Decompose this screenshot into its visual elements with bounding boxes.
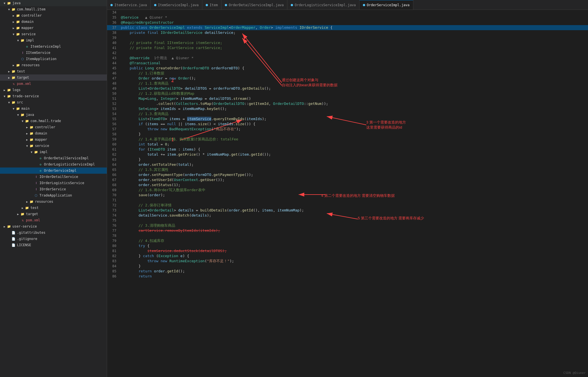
interface-icon: Ⅰ (20, 50, 25, 55)
chevron-java: ▼ (2, 1, 7, 5)
code-line-37: 37 public class OrderServiceImpl extends… (107, 25, 588, 30)
tree-item-itemapplication[interactable]: ⬡ ItemApplication (0, 56, 107, 62)
code-line-58: 58 } (107, 132, 588, 137)
tab-dot (291, 4, 293, 6)
tree-label: IOrderDetailService (39, 175, 78, 179)
tree-label: .gitignore (17, 237, 37, 241)
tab-label: ItemServiceImpl.java (158, 3, 199, 7)
tree-item-gitattributes[interactable]: 📄 .gitattributes (0, 230, 107, 236)
code-line-38: 38 private final IOrderDetailService det… (107, 30, 588, 35)
tree-item-main[interactable]: ▼ 📁 main (0, 105, 107, 112)
tree-item-impl2[interactable]: ▼ 📁 impl (0, 149, 107, 155)
tree-item-test2[interactable]: ▶ 📁 test (0, 205, 107, 211)
tree-item-orderlogisticsserviceimpl[interactable]: ⊙ OrderLogisticsServiceImpl (0, 161, 107, 167)
tree-item-java-trade[interactable]: ▼ 📁 java (0, 112, 107, 118)
java-icon: ⊙ (25, 44, 29, 49)
tree-item-iorderlogisticsservice[interactable]: Ⅰ IOrderLogisticsService (0, 180, 107, 186)
code-line-35: 35 @Service ▲ Qiuner * (107, 15, 588, 20)
folder-icon: 📁 (16, 106, 20, 111)
tree-item-src[interactable]: ▼ 📁 src (0, 99, 107, 105)
code-line-57: 57 throw new BadRequestException("商品不存在"… (107, 127, 588, 132)
code-editor[interactable]: 通过创建这两个对象与自动注入的bean来获得需要的数据 2 1 3 第一个需要改… (107, 10, 588, 377)
tree-item-itemserviceimpl[interactable]: ⊙ ItemServiceImpl (0, 43, 107, 50)
tree-item-impl1[interactable]: ▼ 📁 impl (0, 37, 107, 43)
tab-label: OrderServiceImpl.java (367, 3, 410, 7)
tab-label: ItemService.java (114, 3, 147, 7)
code-line-83: 83 throw new RuntimeException("库存不足！"); (107, 259, 588, 264)
tree-label: test (30, 206, 39, 210)
tab-orderserviceimpl[interactable]: OrderServiceImpl.java (360, 0, 413, 10)
code-line-46: 46 // 1.订单数据 (107, 71, 588, 76)
folder-icon: 📁 (11, 69, 16, 74)
tree-label: target (17, 76, 29, 80)
tree-item-orderdetailserviceimpl[interactable]: ⊙ OrderDetailServiceImpl (0, 155, 107, 161)
tab-bar: ItemService.java ItemServiceImpl.java It… (107, 0, 588, 10)
tree-item-service2[interactable]: ▼ 📁 service (0, 143, 107, 149)
tab-label: OrderLogisticsServiceImpl.java (295, 3, 356, 7)
tree-item-hmall-item[interactable]: ▼ 📁 com.hmall.item (0, 6, 107, 12)
java-icon: ⊙ (38, 162, 43, 167)
tab-item[interactable]: Item (202, 0, 221, 10)
tree-item-test1[interactable]: ▶ 📁 test (0, 68, 107, 74)
tree-item-target1[interactable]: ▶ 📁 target (0, 74, 107, 81)
tree-item-controller1[interactable]: ▶ 📁 controller (0, 12, 107, 19)
tree-label: pom.xml (26, 218, 40, 222)
tree-item-mapper2[interactable]: ▶ 📁 mapper (0, 136, 107, 143)
code-line-80: 80 try { (107, 243, 588, 248)
tree-item-domain1[interactable]: ▶ 📁 domain (0, 19, 107, 25)
tree-item-iitemservice[interactable]: Ⅰ IItemService (0, 50, 107, 56)
tree-item-gitignore[interactable]: 📄 .gitignore (0, 236, 107, 242)
tree-item-target2[interactable]: ▶ 📁 target (0, 211, 107, 217)
tree-item-tradeapplication[interactable]: ⬡ TradeApplication (0, 192, 107, 199)
tree-item-user-service[interactable]: ▶ 📁 user-service (0, 223, 107, 230)
tree-item-service1[interactable]: ▼ 📁 service (0, 31, 107, 37)
tree-item-resources1[interactable]: ▶ 📁 resources (0, 62, 107, 68)
file-tree[interactable]: ▼ 📁 java ▼ 📁 com.hmall.item ▶ 📁 controll… (0, 0, 107, 377)
tab-itemserviceimpl[interactable]: ItemServiceImpl.java (151, 0, 203, 10)
tree-item-mapper1[interactable]: ▶ 📁 mapper (0, 25, 107, 31)
tree-item-controller2[interactable]: ▶ 📁 controller (0, 124, 107, 130)
tree-label: TradeApplication (39, 193, 72, 197)
tab-label: OrderDetailServiceImpl.java (229, 3, 284, 7)
tree-item-pom-trade[interactable]: 𝕩 pom.xml (0, 217, 107, 223)
tab-dot (225, 4, 227, 6)
chevron: ▶ (25, 199, 29, 204)
folder-icon: 📁 (16, 63, 20, 67)
tree-item-pom1[interactable]: 𝕩 pom.xml (0, 81, 107, 87)
chevron: ▶ (11, 19, 16, 24)
code-line-51: 51 Map<Long, Integer> itemNumMap = detai… (107, 96, 588, 101)
tree-label: test (17, 69, 25, 73)
code-line-56: 56 if (items == null || items.size() < i… (107, 122, 588, 127)
file-icon: 📄 (11, 243, 16, 247)
code-line-54: 54 // 1.3.查询商品 (107, 111, 588, 116)
tree-label: impl (39, 150, 48, 154)
tree-label: impl (26, 38, 34, 42)
tree-item-resources2[interactable]: ▶ 📁 resources (0, 199, 107, 205)
java-icon: ⊙ (38, 156, 43, 160)
tree-item-logs[interactable]: ▶ 📁 logs (0, 87, 107, 93)
code-line-66: 66 order.setPaymentType(orderFormDTO.get… (107, 172, 588, 177)
file-icon: 📄 (11, 230, 16, 235)
interface-icon: Ⅰ (34, 187, 38, 191)
chevron: ▼ (16, 38, 20, 43)
tree-label: domain (21, 20, 34, 24)
tree-item-iorderdetailservice[interactable]: Ⅰ IOrderDetailService (0, 174, 107, 180)
tree-item-trade-service[interactable]: ▼ 📁 trade-service (0, 93, 107, 99)
tree-label: logs (12, 88, 21, 92)
tree-label: java (12, 1, 21, 5)
chevron: ▼ (7, 100, 11, 105)
tree-label: java (26, 113, 34, 117)
tree-item-license[interactable]: 📄 LICENSE (0, 242, 107, 248)
tab-itemservice[interactable]: ItemService.java (107, 0, 151, 10)
tree-item-domain2[interactable]: ▶ 📁 domain (0, 130, 107, 136)
tree-item-java[interactable]: ▼ 📁 java (0, 0, 107, 6)
tree-item-hmall-trade[interactable]: ▼ 📁 com.hmall.trade (0, 118, 107, 124)
folder-icon: 📁 (29, 144, 34, 148)
tab-orderlogisticsserviceimpl[interactable]: OrderLogisticsServiceImpl.java (287, 0, 360, 10)
tree-item-iorderservice[interactable]: Ⅰ IOrderService (0, 186, 107, 192)
tree-label: mapper (21, 26, 34, 30)
tab-orderdetailserviceimpl[interactable]: OrderDetailServiceImpl.java (221, 0, 287, 10)
code-line-39: 39 (107, 35, 588, 40)
folder-icon: 📁 (34, 150, 38, 154)
tree-item-orderserviceimpl[interactable]: ⊙ OrderServiceImpl (0, 167, 107, 174)
